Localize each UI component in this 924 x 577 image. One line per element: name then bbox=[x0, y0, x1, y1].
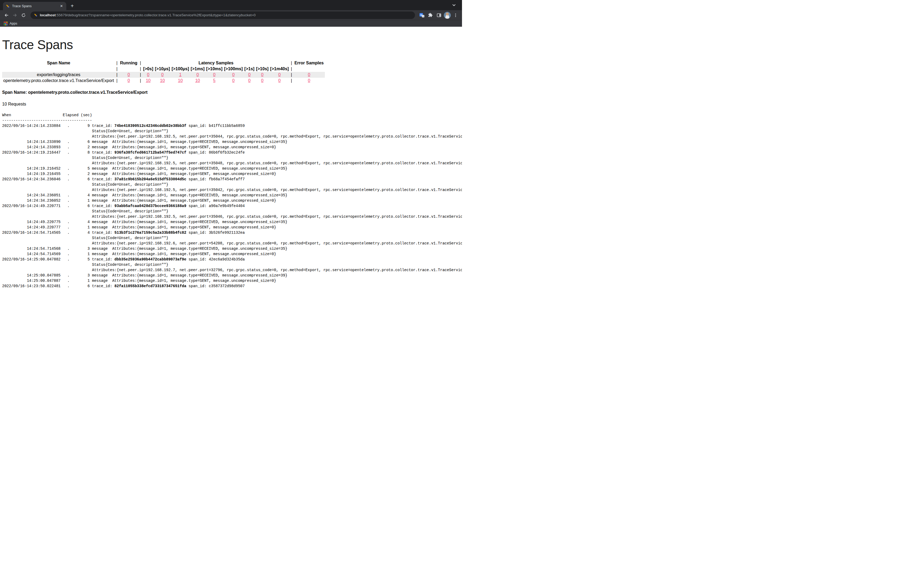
error-count-link[interactable]: 0 bbox=[308, 78, 310, 83]
latency-cell-7: 0 bbox=[255, 78, 270, 84]
latency-count-link[interactable]: 0 bbox=[278, 78, 281, 83]
running-count-link[interactable]: 0 bbox=[128, 73, 130, 77]
latency-cell-1: 10 bbox=[154, 78, 171, 84]
log-line: 14:24:34.236051 . 4 message Attributes:{… bbox=[2, 193, 288, 197]
header-bucket-8: [>1m40s] bbox=[269, 66, 289, 72]
column-separator: | bbox=[289, 60, 293, 66]
table-header: Span Name|Running|Latency Samples|Error … bbox=[2, 60, 325, 72]
back-button[interactable] bbox=[3, 11, 10, 19]
profile-avatar[interactable] bbox=[444, 12, 451, 19]
latency-cell-5: 0 bbox=[223, 72, 244, 78]
header-latency-samples: Latency Samples bbox=[142, 60, 289, 66]
trace-id: dbb35e25936a90b4472cabb89073af9e bbox=[115, 257, 186, 261]
latency-count-link[interactable]: 10 bbox=[160, 78, 165, 83]
new-tab-button[interactable]: + bbox=[68, 2, 76, 10]
span-name-cell: exporter/logging/traces bbox=[2, 72, 115, 78]
bookmarks-bar: Apps bbox=[0, 20, 462, 27]
latency-cell-2: 1 bbox=[171, 72, 190, 78]
latency-count-link[interactable]: 0 bbox=[261, 78, 263, 83]
latency-count-link[interactable]: 10 bbox=[146, 78, 150, 83]
column-separator: | bbox=[139, 78, 142, 84]
header-spacer bbox=[119, 66, 139, 72]
tab-close-icon[interactable]: ✕ bbox=[59, 4, 64, 8]
latency-count-link[interactable]: 0 bbox=[248, 78, 250, 83]
latency-count-link[interactable]: 10 bbox=[195, 78, 200, 83]
svg-text:A: A bbox=[422, 15, 424, 17]
log-line: Status{Code=Unset, description=""} bbox=[2, 182, 168, 187]
reload-button[interactable] bbox=[20, 11, 27, 19]
log-line: Attributes:{net.peer.ip=192.168.192.5, n… bbox=[2, 188, 462, 192]
error-count-link[interactable]: 0 bbox=[308, 73, 310, 77]
latency-count-link[interactable]: 0 bbox=[147, 73, 149, 77]
log-line: 14:24:54.714569 . 1 message Attributes:{… bbox=[2, 252, 276, 256]
latency-count-link[interactable]: 5 bbox=[213, 78, 215, 83]
translate-icon[interactable]: G A bbox=[418, 11, 426, 19]
url-host: localhost bbox=[40, 13, 56, 17]
log-line: 2022/09/16-14:25:00.047882 . 5 trace_id:… bbox=[2, 257, 245, 261]
latency-count-link[interactable]: 0 bbox=[232, 73, 234, 77]
header-bucket-5: [>100ms] bbox=[223, 66, 244, 72]
latency-cell-3: 10 bbox=[190, 78, 205, 84]
latency-count-link[interactable]: 0 bbox=[232, 78, 234, 83]
log-line: Status{Code=Unset, description=""} bbox=[2, 156, 168, 160]
latency-count-link[interactable]: 1 bbox=[179, 73, 181, 77]
header-span-name: Span Name bbox=[2, 60, 115, 66]
column-separator: | bbox=[289, 72, 293, 78]
header-bucket-2: [>100μs] bbox=[171, 66, 190, 72]
log-line: 2022/09/16-14:24:54.714565 . 4 trace_id:… bbox=[2, 230, 245, 235]
column-separator: | bbox=[115, 60, 119, 66]
running-count-link[interactable]: 0 bbox=[128, 78, 130, 83]
chevron-down-icon[interactable] bbox=[452, 3, 456, 8]
request-count: 10 Requests bbox=[2, 102, 462, 106]
latency-count-link[interactable]: 0 bbox=[197, 73, 199, 77]
address-bar[interactable]: localhost:55679/debug/tracez?zspanname=o… bbox=[31, 11, 415, 19]
header-bucket-3: [>1ms] bbox=[190, 66, 205, 72]
column-separator: | bbox=[115, 78, 119, 84]
latency-count-link[interactable]: 10 bbox=[178, 78, 183, 83]
log-line: Status{Code=Unset, description=""} bbox=[2, 129, 168, 133]
side-panel-icon[interactable] bbox=[435, 11, 443, 19]
column-separator: | bbox=[115, 72, 119, 78]
latency-cell-1: 0 bbox=[154, 72, 171, 78]
latency-count-link[interactable]: 0 bbox=[213, 73, 215, 77]
log-line: 14:24:19.216452 . 5 message Attributes:{… bbox=[2, 166, 288, 171]
bookmark-apps[interactable]: Apps bbox=[10, 22, 18, 25]
latency-cell-3: 0 bbox=[190, 72, 205, 78]
url-path: :55679/debug/tracez?zspanname=openteleme… bbox=[56, 13, 255, 17]
error-cell: 0 bbox=[293, 72, 325, 78]
latency-count-link[interactable]: 0 bbox=[261, 73, 263, 77]
log-line: ---------------------------------------- bbox=[2, 118, 92, 122]
latency-count-link[interactable]: 0 bbox=[248, 73, 250, 77]
latency-cell-4: 5 bbox=[205, 78, 223, 84]
log-line: Attributes:{net.peer.ip=192.168.192.7, n… bbox=[2, 268, 462, 272]
log-line: 14:24:49.220775 . 4 message Attributes:{… bbox=[2, 220, 288, 224]
trace-id: 93abb5afcaa0428d37bccee9366188a9 bbox=[115, 204, 186, 208]
log-line: Attributes:{net.peer.ip=192.168.192.5, n… bbox=[2, 214, 462, 219]
header-error-samples: Error Samples bbox=[293, 60, 325, 66]
log-line: Attributes:{net.peer.ip=192.168.192.6, n… bbox=[2, 241, 462, 245]
menu-icon[interactable] bbox=[452, 11, 459, 19]
log-line: 14:24:34.236052 . 1 message Attributes:{… bbox=[2, 198, 276, 203]
table-body: exporter/logging/traces|0|001000000|0ope… bbox=[2, 72, 325, 84]
url-text: localhost:55679/debug/tracez?zspanname=o… bbox=[40, 13, 255, 17]
log-line: 2022/09/16-14:24:19.216447 . 8 trace_id:… bbox=[2, 150, 245, 155]
forward-button[interactable] bbox=[11, 11, 19, 19]
latency-count-link[interactable]: 0 bbox=[278, 73, 281, 77]
column-separator: | bbox=[139, 60, 142, 66]
trace-id: 37a81c9b615b204a6e515df533004d5c bbox=[115, 177, 186, 181]
span-name-cell: opentelemetry.proto.collector.trace.v1.T… bbox=[2, 78, 115, 84]
latency-cell-5: 0 bbox=[223, 78, 244, 84]
log-line: When Elapsed (sec) bbox=[2, 113, 92, 117]
page-content: Trace Spans Span Name|Running|Latency Sa… bbox=[0, 27, 462, 288]
header-bucket-0: [>0s] bbox=[142, 66, 154, 72]
browser-tab[interactable]: Trace Spans ✕ bbox=[3, 2, 66, 10]
latency-count-link[interactable]: 0 bbox=[161, 73, 164, 77]
header-spacer bbox=[2, 66, 115, 72]
extensions-icon[interactable] bbox=[427, 11, 434, 19]
error-cell: 0 bbox=[293, 78, 325, 84]
trace-log: When Elapsed (sec) ---------------------… bbox=[2, 113, 462, 288]
latency-cell-8: 0 bbox=[269, 78, 289, 84]
header-bucket-6: [>1s] bbox=[244, 66, 255, 72]
log-line: 14:24:19.216455 . 2 message Attributes:{… bbox=[2, 172, 276, 176]
page-title: Trace Spans bbox=[2, 37, 462, 52]
